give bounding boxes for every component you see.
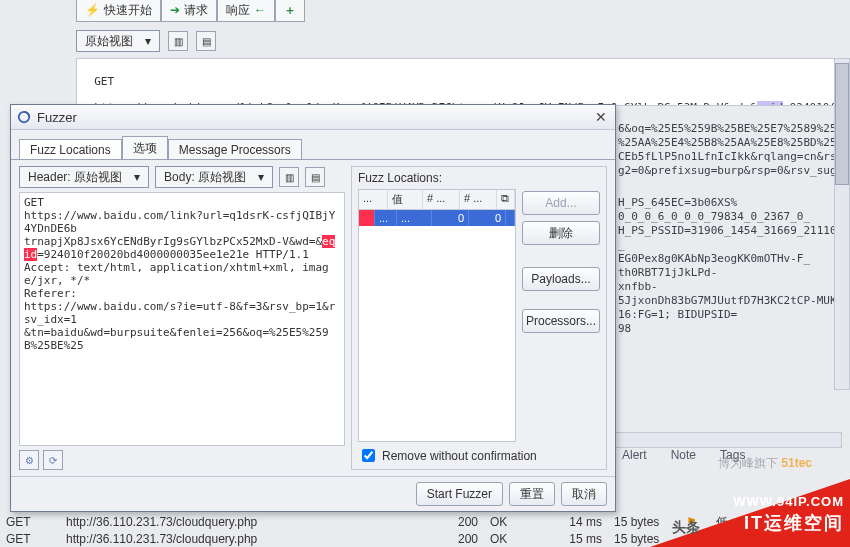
dialog-titlebar: Fuzzer ✕ [11,105,615,130]
checkbox-label: Remove without confirmation [382,449,537,463]
arrow-right-icon: ➔ [170,3,180,17]
combo-label: Header: 原始视图 [22,169,128,186]
request-line: GET [94,75,114,88]
tab-quick-start[interactable]: ⚡ 快速开始 [76,0,161,22]
tab-request[interactable]: ➔ 请求 [161,0,217,22]
chevron-down-icon: ▾ [128,170,146,184]
watermark-corner: 头条 WWW.94IP.COM IT运维空间 [650,479,850,547]
split-vertical-button[interactable]: ▤ [305,167,325,187]
header-view-combo[interactable]: Header: 原始视图 ▾ [19,166,149,188]
tab-add[interactable]: ＋ [275,0,305,22]
fuzz-locations-table[interactable]: ... 值 # ... # ... ⧉ ... ... 0 0 [358,189,516,442]
top-tab-strip: ⚡ 快速开始 ➔ 请求 响应 ← ＋ [76,0,305,22]
combo-label: Body: 原始视图 [158,169,252,186]
table-row[interactable]: ... ... 0 0 [359,210,515,226]
tab-message-processors[interactable]: Message Processors [168,139,302,160]
dialog-title: Fuzzer [37,110,77,125]
tab-label: 选项 [133,141,157,155]
tool-button-1[interactable]: ⚙ [19,450,39,470]
app-icon [17,110,31,124]
gear-icon: ⚙ [25,455,34,466]
cancel-button[interactable]: 取消 [561,482,607,506]
fuzz-locations-label: Fuzz Locations: [358,171,600,185]
plus-icon: ＋ [284,2,296,19]
delete-button[interactable]: 删除 [522,221,600,245]
split-horizontal-icon: ▥ [285,172,294,183]
tab-options[interactable]: 选项 [122,136,168,160]
fuzzer-dialog: Fuzzer ✕ Fuzz Locations 选项 Message Proce… [10,104,616,512]
split-horizontal-button[interactable]: ▥ [279,167,299,187]
tab-label: 响应 [226,2,250,19]
tab-fuzz-locations[interactable]: Fuzz Locations [19,139,122,160]
col-alert: Alert [622,448,647,462]
chevron-down-icon: ▾ [252,170,270,184]
highlight-token: eqid [757,101,784,106]
fuzz-locations-pane: Fuzz Locations: ... 值 # ... # ... ⧉ ... … [351,166,607,470]
combo-label: 原始视图 [79,33,139,50]
chevron-down-icon: ▾ [139,34,157,48]
arrow-left-icon: ← [254,3,266,17]
view-list-button[interactable]: ▤ [196,31,216,51]
start-fuzzer-button[interactable]: Start Fuzzer [416,482,503,506]
watermark-small: 博为峰旗下 51tec [680,443,850,483]
grid-icon: ▥ [174,36,183,47]
tool-button-2[interactable]: ⟳ [43,450,63,470]
view-mode-combo[interactable]: 原始视图 ▾ [76,30,160,52]
refresh-icon: ⟳ [49,455,57,466]
tab-response[interactable]: 响应 ← [217,0,275,22]
add-button[interactable]: Add... [522,191,600,215]
message-textarea[interactable]: GET https://www.baidu.com/link?url=q1dsr… [19,192,345,446]
view-grid-button[interactable]: ▥ [168,31,188,51]
processors-button[interactable]: Processors... [522,309,600,333]
dialog-buttons: Start Fuzzer 重置 取消 [11,476,615,511]
vertical-scrollbar[interactable] [834,58,850,390]
fuzz-buttons: Add... 删除 Payloads... Processors... [522,189,600,442]
list-icon: ▤ [202,36,211,47]
payloads-button[interactable]: Payloads... [522,267,600,291]
table-header: ... 值 # ... # ... ⧉ [359,190,515,210]
close-button[interactable]: ✕ [593,109,609,125]
tab-label: 请求 [184,2,208,19]
remove-without-confirmation-checkbox[interactable] [362,449,375,462]
tab-label: Fuzz Locations [30,143,111,157]
body-view-combo[interactable]: Body: 原始视图 ▾ [155,166,273,188]
request-textarea[interactable]: GET https://www.baidu.com/link?url=q1dsr… [76,58,850,106]
lightning-icon: ⚡ [85,3,100,17]
tab-label: 快速开始 [104,2,152,19]
right-overflow-text: 6&oq=%25E5%259B%25BE%25E7%2589%25 %25AA%… [618,122,842,382]
fuzzer-tab-strip: Fuzz Locations 选项 Message Processors [11,130,615,160]
reset-button[interactable]: 重置 [509,482,555,506]
close-icon: ✕ [595,109,607,125]
request-toolbar: 原始视图 ▾ ▥ ▤ [76,30,216,52]
split-vertical-icon: ▤ [311,172,320,183]
tab-label: Message Processors [179,143,291,157]
message-pane: Header: 原始视图 ▾ Body: 原始视图 ▾ ▥ ▤ GET http… [19,166,345,470]
